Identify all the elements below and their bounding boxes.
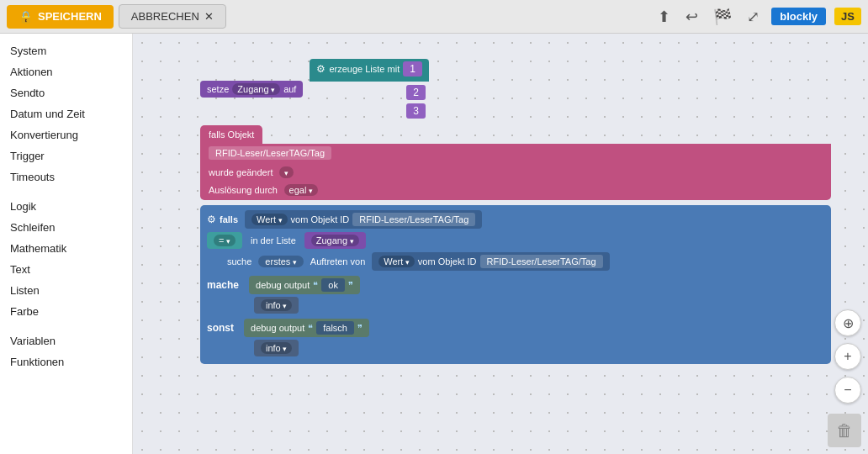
js-badge[interactable]: JS: [834, 8, 861, 25]
auslosung-label: Auslösung durch: [209, 185, 278, 195]
liste-block[interactable]: ⚙ erzeuge Liste mit 1 2 3: [310, 59, 428, 119]
canvas[interactable]: setze Zugang auf ⚙ erzeuge Liste mit 1 2: [133, 34, 868, 454]
wurde-row[interactable]: wurde geändert: [200, 163, 831, 181]
vom-objekt-label: vom Objekt ID: [291, 214, 350, 224]
falls-objekt-block[interactable]: falls Objekt: [200, 125, 262, 144]
sonst-row: sonst debug output ❝ falsch ❞: [207, 319, 824, 337]
mache-label: mache: [207, 279, 239, 291]
condition-block[interactable]: Wert vom Objekt ID RFID-Leser/LeserTAG/T…: [245, 210, 482, 229]
sidebar: System Aktionen Sendto Datum und Zeit Ko…: [0, 34, 133, 454]
lock-icon: 🔒: [19, 10, 33, 24]
erstes-dropdown[interactable]: erstes: [258, 256, 303, 267]
blocks-area: setze Zugang auf ⚙ erzeuge Liste mit 1 2: [200, 59, 831, 364]
info2-block[interactable]: info: [254, 340, 299, 356]
gear-icon: ⚙: [316, 63, 326, 75]
event-block-wrapper: falls Objekt RFID-Leser/LeserTAG/Tag wur…: [200, 125, 831, 200]
sidebar-item-aktionen[interactable]: Aktionen: [0, 61, 132, 82]
sidebar-item-funktionen[interactable]: Funktionen: [0, 351, 132, 372]
setze-block-row: setze Zugang auf ⚙ erzeuge Liste mit 1 2: [200, 59, 831, 119]
zugang-list-block[interactable]: Zugang: [304, 232, 366, 249]
target-icon[interactable]: ⊕: [834, 309, 861, 336]
egal-dropdown[interactable]: egal: [284, 184, 318, 196]
in-der-liste-label: in der Liste: [251, 235, 296, 245]
sidebar-item-farbe[interactable]: Farbe: [0, 301, 132, 322]
zugang-list-dropdown[interactable]: Zugang: [311, 235, 359, 246]
sidebar-item-schleifen[interactable]: Schleifen: [0, 217, 132, 238]
falls-label: falls: [220, 214, 238, 224]
export-icon[interactable]: ⬆: [654, 6, 674, 28]
sidebar-item-logik[interactable]: Logik: [0, 196, 132, 217]
zoom-in-button[interactable]: +: [834, 343, 861, 370]
auf-label: auf: [283, 84, 296, 94]
ok-value: ok: [321, 278, 345, 292]
eq-dropdown[interactable]: =: [214, 235, 236, 246]
info-block[interactable]: info: [254, 297, 299, 314]
erzeuge-liste-label: erzeuge Liste mit: [329, 64, 400, 74]
num3-row: 3: [310, 103, 428, 119]
sidebar-item-konvertierung[interactable]: Konvertierung: [0, 124, 132, 145]
sidebar-item-trigger[interactable]: Trigger: [0, 145, 132, 166]
if-header-row: ⚙ falls Wert vom Objekt ID RFID-Leser/Le…: [207, 210, 824, 229]
main: System Aktionen Sendto Datum und Zeit Ko…: [0, 34, 868, 454]
vom-objekt2-label: vom Objekt ID: [418, 256, 477, 267]
fit-icon[interactable]: ⤢: [744, 6, 763, 28]
save-button[interactable]: 🔒 SPEICHERN: [7, 5, 114, 29]
falsch-value: falsch: [316, 321, 354, 335]
wurde-dropdown[interactable]: [279, 166, 294, 178]
erzeuge-liste-row[interactable]: ⚙ erzeuge Liste mit 1: [310, 59, 428, 82]
debug-output-label: debug output: [256, 280, 310, 290]
trash-button[interactable]: 🗑: [828, 414, 861, 447]
num2-badge: 2: [406, 85, 426, 100]
save-label: SPEICHERN: [38, 10, 102, 23]
wert2-dropdown[interactable]: Wert: [378, 256, 415, 267]
suche-label: suche: [227, 256, 251, 267]
import-icon[interactable]: ↩: [682, 6, 701, 28]
sidebar-item-timeouts[interactable]: Timeouts: [0, 166, 132, 187]
sidebar-item-variablen[interactable]: Variablen: [0, 330, 132, 351]
sidebar-divider-2: [0, 322, 132, 330]
wert-rfid-block[interactable]: Wert vom Objekt ID RFID-Leser/LeserTAG/T…: [372, 252, 609, 271]
debug-output-block[interactable]: debug output ❝ ok ❞: [249, 276, 360, 294]
sidebar-item-datum[interactable]: Datum und Zeit: [0, 103, 132, 124]
auftreten-label: Auftreten von: [310, 256, 365, 267]
auslosung-row[interactable]: Auslösung durch egal: [200, 181, 831, 200]
sidebar-item-mathematik[interactable]: Mathematik: [0, 238, 132, 259]
sidebar-item-text[interactable]: Text: [0, 259, 132, 280]
toolbar: 🔒 SPEICHERN ABBRECHEN ✕ ⬆ ↩ 🏁 ⤢ blockly …: [0, 0, 868, 34]
falls-objekt-label: falls Objekt: [209, 129, 254, 140]
eq-block[interactable]: =: [207, 232, 242, 249]
info-row: info: [254, 297, 824, 314]
blockly-badge[interactable]: blockly: [771, 8, 826, 25]
sidebar-item-system[interactable]: System: [0, 40, 132, 61]
wurde-label: wurde geändert: [209, 167, 273, 177]
num3-badge: 3: [406, 103, 426, 119]
num2-row: 2: [310, 85, 428, 100]
debug-output-block2[interactable]: debug output ❝ falsch ❞: [244, 319, 369, 337]
info-dropdown[interactable]: info: [261, 299, 292, 311]
num1-badge: 1: [403, 61, 422, 77]
sidebar-item-listen[interactable]: Listen: [0, 280, 132, 301]
info2-dropdown[interactable]: info: [261, 342, 292, 354]
setze-label: setze: [207, 84, 229, 94]
wert-dropdown[interactable]: Wert: [251, 214, 288, 225]
rfid-suche: RFID-Leser/LeserTAG/Tag: [480, 255, 603, 268]
eq-row: = in der Liste Zugang: [207, 232, 824, 249]
cancel-button[interactable]: ABBRECHEN ✕: [119, 4, 226, 29]
sidebar-divider-1: [0, 187, 132, 196]
toolbar-icons: ⬆ ↩ 🏁 ⤢ blockly JS: [654, 6, 861, 28]
close-icon: ✕: [204, 10, 214, 23]
right-panel: ⊕ + −: [834, 309, 861, 404]
if-block[interactable]: ⚙ falls Wert vom Objekt ID RFID-Leser/Le…: [200, 205, 831, 364]
sidebar-item-sendto[interactable]: Sendto: [0, 82, 132, 103]
zoom-out-button[interactable]: −: [834, 377, 861, 404]
open-quote: ❝: [313, 280, 318, 291]
rfid-condition: RFID-Leser/LeserTAG/Tag: [352, 213, 475, 226]
zugang-dropdown[interactable]: Zugang: [232, 83, 280, 95]
close-quote: ❞: [348, 280, 353, 291]
rfid-row[interactable]: RFID-Leser/LeserTAG/Tag: [200, 144, 831, 163]
suche-row: suche erstes Auftreten von Wert vom Obje…: [227, 252, 824, 271]
setze-block[interactable]: setze Zugang auf: [200, 81, 303, 98]
sonst-label: sonst: [207, 322, 234, 334]
flag-icon[interactable]: 🏁: [710, 6, 735, 28]
cancel-label: ABBRECHEN: [131, 10, 199, 23]
